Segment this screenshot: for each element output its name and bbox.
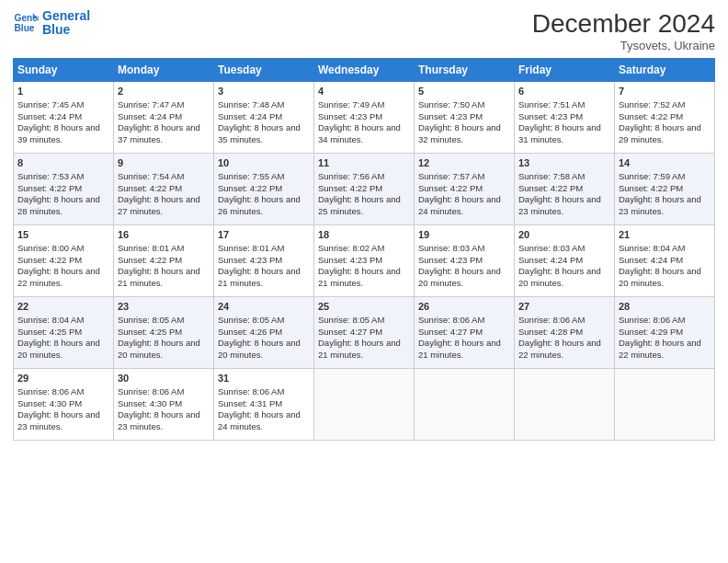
- daylight: Daylight: 8 hours and 31 minutes.: [518, 122, 601, 144]
- sunrise: Sunrise: 7:54 AM: [118, 171, 184, 181]
- sunrise: Sunrise: 7:59 AM: [619, 171, 685, 181]
- daylight: Daylight: 8 hours and 24 minutes.: [218, 409, 301, 431]
- day-header-saturday: Saturday: [615, 59, 715, 82]
- sunset: Sunset: 4:24 PM: [218, 111, 282, 121]
- calendar-cell: 15Sunrise: 8:00 AMSunset: 4:22 PMDayligh…: [14, 225, 114, 297]
- day-number: 3: [218, 85, 310, 98]
- svg-text:General: General: [15, 14, 39, 24]
- calendar-cell: [314, 369, 415, 441]
- day-number: 15: [17, 228, 109, 242]
- day-number: 18: [318, 228, 410, 242]
- calendar-cell: [515, 369, 615, 441]
- day-number: 17: [218, 228, 310, 242]
- daylight: Daylight: 8 hours and 21 minutes.: [118, 266, 200, 288]
- sunset: Sunset: 4:22 PM: [218, 183, 282, 193]
- sunrise: Sunrise: 7:45 AM: [17, 99, 84, 109]
- day-number: 1: [17, 85, 109, 98]
- day-number: 4: [318, 85, 410, 98]
- day-number: 21: [619, 228, 711, 242]
- calendar-cell: 7Sunrise: 7:52 AMSunset: 4:22 PMDaylight…: [615, 82, 715, 154]
- day-number: 2: [118, 85, 210, 98]
- calendar-cell: 8Sunrise: 7:53 AMSunset: 4:22 PMDaylight…: [14, 154, 114, 225]
- sunset: Sunset: 4:31 PM: [218, 398, 282, 408]
- calendar-cell: 20Sunrise: 8:03 AMSunset: 4:24 PMDayligh…: [515, 225, 615, 297]
- daylight: Daylight: 8 hours and 20 minutes.: [118, 338, 200, 360]
- daylight: Daylight: 8 hours and 26 minutes.: [218, 194, 301, 216]
- daylight: Daylight: 8 hours and 29 minutes.: [619, 122, 701, 144]
- sunrise: Sunrise: 8:04 AM: [17, 315, 84, 325]
- sunrise: Sunrise: 8:06 AM: [518, 315, 585, 325]
- sunrise: Sunrise: 8:05 AM: [318, 315, 384, 325]
- sunset: Sunset: 4:29 PM: [619, 327, 683, 337]
- sunset: Sunset: 4:23 PM: [318, 111, 382, 121]
- sunrise: Sunrise: 7:52 AM: [619, 99, 685, 109]
- calendar-cell: 21Sunrise: 8:04 AMSunset: 4:24 PMDayligh…: [615, 225, 715, 297]
- sunset: Sunset: 4:23 PM: [418, 111, 483, 121]
- day-number: 26: [418, 300, 510, 314]
- sunset: Sunset: 4:30 PM: [118, 398, 182, 408]
- day-number: 12: [418, 156, 510, 170]
- calendar-cell: 12Sunrise: 7:57 AMSunset: 4:22 PMDayligh…: [415, 154, 515, 225]
- header: General Blue General Blue December 2024 …: [13, 9, 715, 52]
- sunset: Sunset: 4:24 PM: [17, 111, 82, 121]
- daylight: Daylight: 8 hours and 22 minutes.: [17, 266, 100, 288]
- calendar-cell: [615, 369, 715, 441]
- week-row-2: 8Sunrise: 7:53 AMSunset: 4:22 PMDaylight…: [14, 154, 715, 225]
- daylight: Daylight: 8 hours and 28 minutes.: [17, 194, 100, 216]
- sunset: Sunset: 4:23 PM: [518, 111, 583, 121]
- sunrise: Sunrise: 8:05 AM: [218, 315, 284, 325]
- day-number: 30: [118, 372, 210, 385]
- daylight: Daylight: 8 hours and 39 minutes.: [17, 122, 100, 144]
- day-header-tuesday: Tuesday: [214, 59, 314, 82]
- day-header-monday: Monday: [114, 59, 214, 82]
- daylight: Daylight: 8 hours and 21 minutes.: [218, 266, 301, 288]
- sunset: Sunset: 4:27 PM: [318, 327, 382, 337]
- sunrise: Sunrise: 8:02 AM: [318, 243, 384, 253]
- day-number: 13: [518, 156, 610, 170]
- logo-general: General: [42, 9, 90, 23]
- day-header-thursday: Thursday: [415, 59, 515, 82]
- sunset: Sunset: 4:30 PM: [17, 398, 82, 408]
- day-number: 28: [619, 300, 711, 314]
- sunset: Sunset: 4:27 PM: [418, 327, 483, 337]
- sunrise: Sunrise: 7:50 AM: [418, 99, 484, 109]
- sunset: Sunset: 4:25 PM: [118, 327, 182, 337]
- calendar-cell: 24Sunrise: 8:05 AMSunset: 4:26 PMDayligh…: [214, 297, 314, 369]
- sunset: Sunset: 4:24 PM: [619, 255, 683, 265]
- sunrise: Sunrise: 7:56 AM: [318, 171, 384, 181]
- day-number: 25: [318, 300, 410, 314]
- calendar-cell: 23Sunrise: 8:05 AMSunset: 4:25 PMDayligh…: [114, 297, 214, 369]
- week-row-5: 29Sunrise: 8:06 AMSunset: 4:30 PMDayligh…: [14, 369, 715, 441]
- sunset: Sunset: 4:23 PM: [218, 255, 282, 265]
- sunset: Sunset: 4:22 PM: [17, 183, 82, 193]
- daylight: Daylight: 8 hours and 25 minutes.: [318, 194, 401, 216]
- day-number: 19: [418, 228, 510, 242]
- sunrise: Sunrise: 7:48 AM: [218, 99, 284, 109]
- sunset: Sunset: 4:22 PM: [619, 111, 683, 121]
- calendar-table: SundayMondayTuesdayWednesdayThursdayFrid…: [13, 58, 715, 441]
- calendar-cell: 27Sunrise: 8:06 AMSunset: 4:28 PMDayligh…: [515, 297, 615, 369]
- week-row-1: 1Sunrise: 7:45 AMSunset: 4:24 PMDaylight…: [14, 82, 715, 154]
- daylight: Daylight: 8 hours and 20 minutes.: [17, 338, 100, 360]
- daylight: Daylight: 8 hours and 20 minutes.: [218, 338, 301, 360]
- sunrise: Sunrise: 7:58 AM: [518, 171, 585, 181]
- calendar-cell: 5Sunrise: 7:50 AMSunset: 4:23 PMDaylight…: [415, 82, 515, 154]
- calendar-cell: 19Sunrise: 8:03 AMSunset: 4:23 PMDayligh…: [415, 225, 515, 297]
- calendar-cell: [415, 369, 515, 441]
- logo-icon: General Blue: [13, 10, 39, 36]
- page-container: General Blue General Blue December 2024 …: [0, 0, 728, 563]
- sunset: Sunset: 4:24 PM: [518, 255, 583, 265]
- calendar-cell: 22Sunrise: 8:04 AMSunset: 4:25 PMDayligh…: [14, 297, 114, 369]
- sunrise: Sunrise: 8:03 AM: [518, 243, 585, 253]
- sunrise: Sunrise: 8:03 AM: [418, 243, 484, 253]
- sunset: Sunset: 4:22 PM: [118, 183, 182, 193]
- sunrise: Sunrise: 8:06 AM: [118, 386, 184, 396]
- day-header-friday: Friday: [515, 59, 615, 82]
- sunrise: Sunrise: 8:01 AM: [218, 243, 284, 253]
- day-number: 29: [17, 372, 109, 385]
- daylight: Daylight: 8 hours and 23 minutes.: [17, 409, 100, 431]
- calendar-cell: 17Sunrise: 8:01 AMSunset: 4:23 PMDayligh…: [214, 225, 314, 297]
- daylight: Daylight: 8 hours and 22 minutes.: [518, 338, 601, 360]
- sunset: Sunset: 4:22 PM: [318, 183, 382, 193]
- header-row: SundayMondayTuesdayWednesdayThursdayFrid…: [14, 59, 715, 82]
